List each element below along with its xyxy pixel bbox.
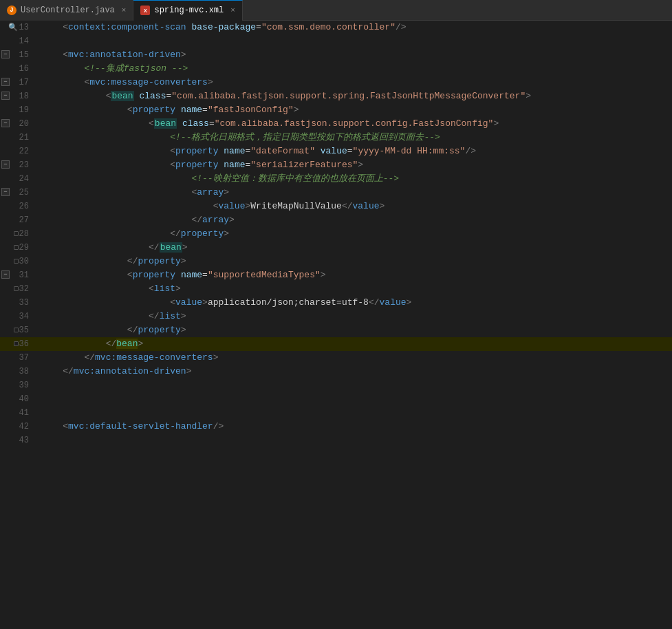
fold-icon-25[interactable]: −	[1, 188, 10, 196]
line-num-36: 36	[0, 337, 36, 351]
line-num-33: 33	[0, 296, 36, 310]
fold-icon-17[interactable]: −	[1, 78, 10, 86]
line-row-33: 33 <value>application/json;charset=utf-8…	[0, 296, 672, 310]
tab-bar: J UserController.java × X spring-mvc.xml…	[0, 0, 672, 21]
tab-java-close[interactable]: ×	[122, 6, 127, 14]
line-content-15[interactable]: <mvc:annotation-driven>	[36, 48, 672, 62]
line-num-30: 30	[0, 255, 36, 268]
line-content-27[interactable]: </array>	[36, 213, 672, 227]
line-row-32: 32 <list>	[0, 282, 672, 296]
line-content-13[interactable]: <context:component-scan base-package="co…	[36, 21, 672, 34]
line-content-23[interactable]: <property name="serializerFeatures">	[36, 158, 672, 172]
line-row-31: − 31 <property name="supportedMediaTypes…	[0, 268, 672, 282]
line-num-40: 40	[0, 392, 36, 406]
line-num-42: 42	[0, 420, 36, 434]
line-num-34: 34	[0, 310, 36, 323]
line-content-14[interactable]	[36, 34, 672, 48]
line-row-14: 14	[0, 34, 672, 48]
line-content-30[interactable]: </property>	[36, 255, 672, 268]
line-num-24: 24	[0, 172, 36, 186]
line-row-40: 40	[0, 392, 672, 406]
line-content-18[interactable]: <bean class="com.alibaba.fastjson.suppor…	[36, 89, 672, 103]
xml-icon: X	[140, 6, 150, 15]
gutter-dot-32	[14, 286, 19, 291]
line-content-39[interactable]	[36, 379, 672, 392]
search-icon-13: 🔍	[8, 23, 18, 32]
line-num-29: 29	[0, 241, 36, 255]
line-row-29: 29 </bean>	[0, 241, 672, 255]
line-content-40[interactable]	[36, 392, 672, 406]
tab-xml[interactable]: X spring-mvc.xml ×	[133, 0, 242, 21]
line-row-19: 19 <property name="fastJsonConfig">	[0, 103, 672, 117]
line-row-38: 38 </mvc:annotation-driven>	[0, 365, 672, 379]
line-content-20[interactable]: <bean class="com.alibaba.fastjson.suppor…	[36, 117, 672, 131]
fold-icon-20[interactable]: −	[1, 119, 10, 127]
line-num-35: 35	[0, 323, 36, 337]
line-row-37: 37 </mvc:message-converters>	[0, 351, 672, 365]
line-num-37: 37	[0, 351, 36, 365]
line-num-38: 38	[0, 365, 36, 379]
line-content-33[interactable]: <value>application/json;charset=utf-8</v…	[36, 296, 672, 310]
line-row-36: 36 </bean>	[0, 337, 672, 351]
editor-area: 🔍13 <context:component-scan base-package…	[0, 21, 672, 629]
fold-icon-15[interactable]: −	[1, 50, 10, 58]
fold-icon-23[interactable]: −	[1, 160, 10, 169]
line-content-22[interactable]: <property name="dateFormat" value="yyyy-…	[36, 145, 672, 158]
line-content-41[interactable]	[36, 406, 672, 420]
line-content-26[interactable]: <value>WriteMapNullValue</value>	[36, 200, 672, 213]
tab-java-label: UserController.java	[21, 6, 115, 15]
line-row-24: 24 <!--映射空值：数据库中有空值的也放在页面上-->	[0, 172, 672, 186]
line-row-17: − 17 <mvc:message-converters>	[0, 76, 672, 89]
line-content-36[interactable]: </bean>	[36, 337, 672, 351]
gutter-dot-36	[14, 341, 19, 346]
line-row-25: − 25 <array>	[0, 186, 672, 200]
line-content-24[interactable]: <!--映射空值：数据库中有空值的也放在页面上-->	[36, 172, 672, 186]
line-row-43: 43	[0, 434, 672, 447]
line-content-35[interactable]: </property>	[36, 323, 672, 337]
line-row-13: 🔍13 <context:component-scan base-package…	[0, 21, 672, 34]
line-content-37[interactable]: </mvc:message-converters>	[36, 351, 672, 365]
line-content-28[interactable]: </property>	[36, 227, 672, 241]
line-content-32[interactable]: <list>	[36, 282, 672, 296]
tab-java[interactable]: J UserController.java ×	[0, 0, 133, 21]
fold-icon-31[interactable]: −	[1, 270, 10, 279]
line-num-19: 19	[0, 103, 36, 117]
line-row-41: 41	[0, 406, 672, 420]
line-content-17[interactable]: <mvc:message-converters>	[36, 76, 672, 89]
line-content-34[interactable]: </list>	[36, 310, 672, 323]
line-row-23: − 23 <property name="serializerFeatures"…	[0, 158, 672, 172]
line-num-22: 22	[0, 145, 36, 158]
line-row-15: − 15 <mvc:annotation-driven>	[0, 48, 672, 62]
line-num-13: 🔍13	[0, 21, 36, 34]
line-content-16[interactable]: <!--集成fastjson -->	[36, 62, 672, 76]
line-row-22: 22 <property name="dateFormat" value="yy…	[0, 145, 672, 158]
line-row-27: 27 </array>	[0, 213, 672, 227]
java-icon: J	[7, 6, 17, 15]
line-row-35: 35 </property>	[0, 323, 672, 337]
line-content-25[interactable]: <array>	[36, 186, 672, 200]
line-num-14: 14	[0, 34, 36, 48]
line-row-16: 16 <!--集成fastjson -->	[0, 62, 672, 76]
line-num-16: 16	[0, 62, 36, 76]
line-num-32: 32	[0, 282, 36, 296]
line-content-19[interactable]: <property name="fastJsonConfig">	[36, 103, 672, 117]
gutter-dot-28	[14, 231, 19, 236]
line-row-18: − 18 <bean class="com.alibaba.fastjson.s…	[0, 89, 672, 103]
line-row-26: 26 <value>WriteMapNullValue</value>	[0, 200, 672, 213]
line-num-31: − 31	[0, 268, 36, 282]
tab-xml-close[interactable]: ×	[230, 6, 235, 14]
line-content-29[interactable]: </bean>	[36, 241, 672, 255]
line-content-21[interactable]: <!--格式化日期格式，指定日期类型按如下的格式返回到页面去-->	[36, 131, 672, 145]
gutter-dot-35	[14, 328, 19, 332]
line-content-42[interactable]: <mvc:default-servlet-handler/>	[36, 420, 672, 434]
line-row-28: 28 </property>	[0, 227, 672, 241]
line-content-38[interactable]: </mvc:annotation-driven>	[36, 365, 672, 379]
gutter-dot-29	[14, 245, 19, 250]
line-num-28: 28	[0, 227, 36, 241]
line-content-31[interactable]: <property name="supportedMediaTypes">	[36, 268, 672, 282]
line-row-21: 21 <!--格式化日期格式，指定日期类型按如下的格式返回到页面去-->	[0, 131, 672, 145]
line-row-39: 39	[0, 379, 672, 392]
line-num-27: 27	[0, 213, 36, 227]
fold-icon-18[interactable]: −	[1, 92, 10, 100]
line-content-43[interactable]	[36, 434, 672, 447]
